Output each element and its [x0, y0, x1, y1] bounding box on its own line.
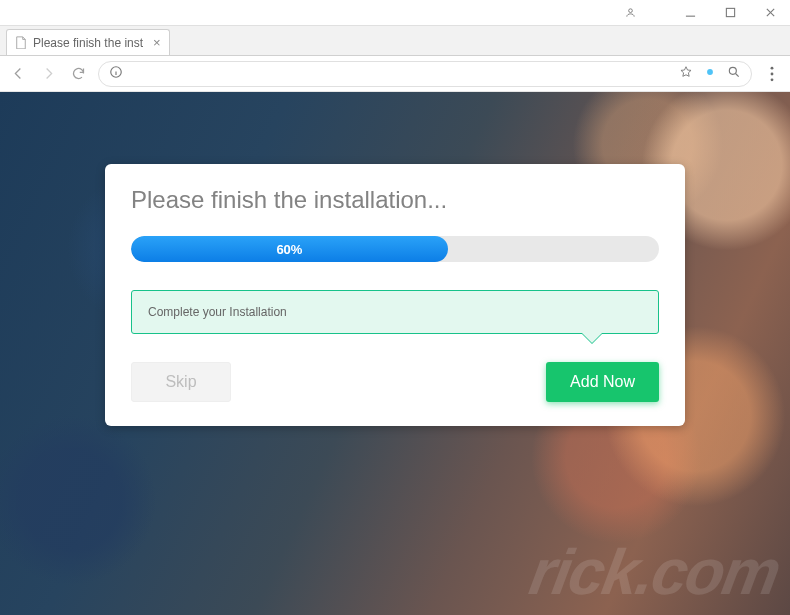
svg-rect-2 — [726, 8, 734, 16]
browser-toolbar — [0, 56, 790, 92]
tab-strip: Please finish the installati... × — [0, 26, 790, 56]
svg-point-8 — [707, 69, 713, 75]
svg-line-10 — [736, 73, 739, 76]
skip-button-label: Skip — [165, 373, 196, 391]
page-viewport: Please finish the installation... 60% Co… — [0, 92, 790, 615]
dialog-button-row: Skip Add Now — [131, 362, 659, 402]
window-titlebar — [0, 0, 790, 26]
back-button[interactable] — [8, 66, 28, 81]
svg-point-0 — [628, 9, 632, 13]
tooltip-text: Complete your Installation — [148, 305, 287, 319]
svg-point-9 — [729, 67, 736, 74]
tooltip-message: Complete your Installation — [131, 290, 659, 334]
bookmark-star-icon[interactable] — [679, 65, 693, 83]
add-now-button-label: Add Now — [570, 373, 635, 391]
reload-button[interactable] — [68, 66, 88, 81]
svg-point-11 — [771, 66, 774, 69]
browser-menu-button[interactable] — [762, 64, 782, 84]
page-icon — [15, 36, 27, 50]
site-info-icon[interactable] — [109, 65, 123, 83]
tab-close-icon[interactable]: × — [153, 35, 161, 50]
skip-button[interactable]: Skip — [131, 362, 231, 402]
watermark-text: rick.com — [524, 535, 784, 609]
forward-button[interactable] — [38, 66, 58, 81]
svg-point-12 — [771, 72, 774, 75]
browser-tab[interactable]: Please finish the installati... × — [6, 29, 170, 55]
progress-label: 60% — [276, 242, 302, 257]
close-button[interactable] — [750, 0, 790, 26]
tab-title: Please finish the installati... — [33, 36, 143, 50]
svg-point-13 — [771, 78, 774, 81]
minimize-button[interactable] — [670, 0, 710, 26]
maximize-button[interactable] — [710, 0, 750, 26]
address-bar[interactable] — [98, 61, 752, 87]
search-icon-right[interactable] — [727, 65, 741, 83]
dialog-title: Please finish the installation... — [131, 186, 659, 214]
user-account-icon[interactable] — [610, 0, 650, 26]
extension-icon[interactable] — [703, 65, 717, 83]
progress-bar: 60% — [131, 236, 659, 262]
installation-dialog: Please finish the installation... 60% Co… — [105, 164, 685, 426]
progress-fill: 60% — [131, 236, 448, 262]
add-now-button[interactable]: Add Now — [546, 362, 659, 402]
